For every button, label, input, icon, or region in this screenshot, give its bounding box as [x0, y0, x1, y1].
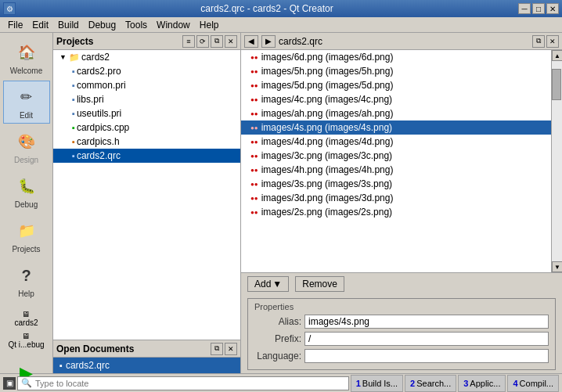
tree-item-cardpicscpp[interactable]: ▪ cardpics.cpp [53, 120, 240, 135]
tree-item-libs[interactable]: ▪ libs.pri [53, 92, 240, 106]
resource-item-3[interactable]: ●● images/4c.png (images/4c.png) [241, 92, 551, 106]
menu-edit[interactable]: Edit [27, 19, 53, 31]
content-area: Projects ≡ ⟳ ⧉ ✕ ▼ 📁 cards2 [53, 33, 562, 373]
maximize-button[interactable]: □ [532, 3, 545, 14]
menu-debug[interactable]: Debug [84, 19, 121, 31]
sidebar-item-edit[interactable]: ✏ Edit [3, 81, 50, 124]
resource-name-7: images/3c.png (images/3c.png) [261, 150, 392, 161]
prop-row-prefix: Prefix: [254, 332, 549, 346]
right-panel-close-btn[interactable]: ✕ [546, 35, 559, 48]
scrollbar-thumb[interactable] [552, 69, 561, 100]
status-tab-search[interactable]: 2 Search... [405, 375, 456, 392]
red-dots-11: ●● [250, 209, 258, 216]
device-label-cards2: cards2 [14, 318, 38, 327]
alias-input[interactable] [304, 315, 549, 329]
resource-item-7[interactable]: ●● images/3c.png (images/3c.png) [241, 149, 551, 163]
tree-label-common: common.pri [77, 80, 126, 91]
status-tab-compil[interactable]: 4 Compil... [507, 375, 559, 392]
resource-name-1: images/5h.png (images/5h.png) [261, 66, 394, 77]
projects-sync-btn[interactable]: ⟳ [196, 35, 209, 48]
title-bar-left: ⚙ [3, 2, 16, 15]
window-title: cards2.qrc - cards2 - Qt Creator [16, 3, 518, 14]
scrollbar-down-btn[interactable]: ▼ [552, 261, 562, 272]
sidebar-item-design[interactable]: 🎨 Design [3, 125, 50, 168]
tree-item-cards2[interactable]: ▼ 📁 cards2 [53, 50, 240, 64]
add-button[interactable]: Add ▼ [247, 276, 289, 292]
open-doc-name: cards2.qrc [66, 360, 110, 371]
menu-window[interactable]: Window [152, 19, 195, 31]
sidebar-item-welcome[interactable]: 🏠 Welcome [3, 36, 50, 79]
status-tab-build[interactable]: 1 Build Is... [351, 375, 403, 392]
menu-tools[interactable]: Tools [121, 19, 152, 31]
sidebar-device-qt[interactable]: 🖥 Qt i...ebug [6, 330, 45, 351]
resource-item-5[interactable]: ●● images/4s.png (images/4s.png) [241, 120, 551, 135]
red-dots-0: ●● [250, 54, 258, 61]
status-tab-label-1: Build Is... [362, 379, 398, 388]
tree-item-useutils[interactable]: ▪ useutils.pri [53, 106, 240, 120]
scrollbar-up-btn[interactable]: ▲ [552, 50, 562, 61]
sidebar-label-help: Help [18, 290, 34, 298]
resource-list-scrollbar[interactable]: ▲ ▼ [551, 50, 562, 272]
sidebar-item-help[interactable]: ? Help [3, 259, 50, 302]
resource-item-6[interactable]: ●● images/4d.png (images/4d.png) [241, 135, 551, 149]
red-dots-7: ●● [250, 153, 258, 160]
resource-list: ●● images/6d.png (images/6d.png) ●● imag… [241, 50, 562, 272]
resource-item-8[interactable]: ●● images/4h.png (images/4h.png) [241, 163, 551, 177]
resource-item-4[interactable]: ●● images/ah.png (images/ah.png) [241, 106, 551, 120]
nav-back-button[interactable]: ◀ [244, 35, 258, 48]
sidebar-item-projects[interactable]: 📁 Projects [3, 214, 50, 257]
resource-name-5: images/4s.png (images/4s.png) [261, 122, 392, 133]
remove-button[interactable]: Remove [295, 276, 344, 292]
status-tab-label-2: Search... [416, 379, 451, 388]
main-container: 🏠 Welcome ✏ Edit 🎨 Design 🐛 Debug 📁 Proj… [0, 33, 562, 373]
minimize-button[interactable]: ─ [518, 3, 531, 14]
panels-row: Projects ≡ ⟳ ⧉ ✕ ▼ 📁 cards2 [53, 33, 562, 373]
tree-item-cards2qrc[interactable]: ▪ cards2.qrc [53, 149, 240, 163]
resource-item-0[interactable]: ●● images/6d.png (images/6d.png) [241, 50, 551, 64]
properties-section: Properties Alias: Prefix: Language: [247, 298, 556, 370]
projects-close-btn[interactable]: ✕ [225, 35, 237, 48]
sidebar-item-debug[interactable]: 🐛 Debug [3, 170, 50, 213]
resource-item-10[interactable]: ●● images/3d.png (images/3d.png) [241, 191, 551, 205]
tree-label-cards2qrc: cards2.qrc [77, 150, 121, 161]
close-button[interactable]: ✕ [546, 3, 559, 14]
tree-label-cards2pro: cards2.pro [77, 66, 121, 77]
status-tab-num-2: 2 [410, 379, 415, 388]
alias-label: Alias: [254, 316, 301, 327]
open-docs-float-btn[interactable]: ⧉ [211, 343, 223, 355]
pro-file-icon: ▪ [72, 67, 75, 76]
projects-float-btn[interactable]: ⧉ [211, 35, 223, 48]
title-bar-buttons: ─ □ ✕ [518, 3, 559, 14]
status-mode-btn[interactable]: ▣ [3, 377, 16, 390]
right-panel-float-btn[interactable]: ⧉ [532, 35, 545, 48]
tree-item-cards2pro[interactable]: ▪ cards2.pro [53, 64, 240, 78]
open-docs-close-btn[interactable]: ✕ [225, 343, 237, 355]
resource-name-11: images/2s.png (images/2s.png) [261, 207, 392, 218]
status-search-box[interactable]: 🔍 [17, 376, 349, 390]
tree-item-common[interactable]: ▪ common.pri [53, 78, 240, 92]
status-tab-applic[interactable]: 3 Applic... [458, 375, 506, 392]
title-bar: ⚙ cards2.qrc - cards2 - Qt Creator ─ □ ✕ [0, 0, 562, 17]
projects-filter-btn[interactable]: ≡ [182, 35, 195, 48]
resource-item-9[interactable]: ●● images/3s.png (images/3s.png) [241, 177, 551, 191]
menu-help[interactable]: Help [195, 19, 224, 31]
right-panel-header: ◀ ▶ cards2.qrc ⧉ ✕ [241, 33, 562, 50]
open-doc-cards2qrc[interactable]: ▪ cards2.qrc [53, 358, 240, 373]
resource-item-2[interactable]: ●● images/5d.png (images/5d.png) [241, 78, 551, 92]
menu-file[interactable]: File [3, 19, 27, 31]
prefix-input[interactable] [304, 332, 549, 346]
projects-tree[interactable]: ▼ 📁 cards2 ▪ cards2.pro ▪ common.pri [53, 50, 240, 340]
projects-icon: 📁 [14, 218, 39, 243]
sidebar-device-cards2[interactable]: 🖥 cards2 [13, 308, 39, 329]
sidebar-label-welcome: Welcome [10, 67, 43, 75]
tree-item-cardpicsh[interactable]: ▪ cardpics.h [53, 135, 240, 149]
status-tab-num-4: 4 [513, 379, 517, 388]
search-input[interactable] [35, 379, 345, 388]
resource-item-11[interactable]: ●● images/2s.png (images/2s.png) [241, 205, 551, 219]
resource-item-1[interactable]: ●● images/5h.png (images/5h.png) [241, 64, 551, 78]
nav-forward-button[interactable]: ▶ [261, 35, 276, 48]
scrollbar-track[interactable] [552, 61, 562, 261]
menu-build[interactable]: Build [53, 19, 84, 31]
resource-list-inner[interactable]: ●● images/6d.png (images/6d.png) ●● imag… [241, 50, 551, 272]
language-input[interactable] [304, 349, 549, 363]
